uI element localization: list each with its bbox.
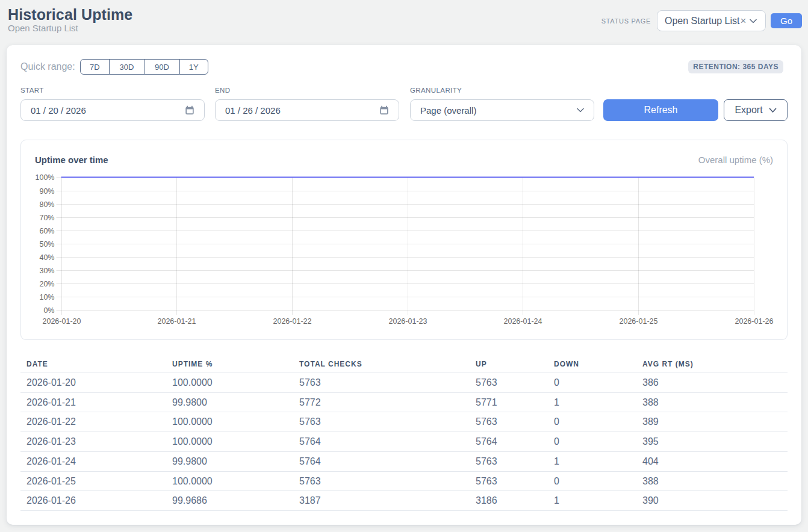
svg-text:2026-01-20: 2026-01-20 [43,317,81,325]
svg-text:2026-01-21: 2026-01-21 [158,317,196,325]
svg-text:2026-01-25: 2026-01-25 [620,317,658,325]
svg-text:70%: 70% [39,213,54,221]
svg-text:90%: 90% [39,187,54,195]
svg-text:40%: 40% [39,253,54,261]
svg-text:2026-01-24: 2026-01-24 [504,317,542,325]
svg-text:2026-01-23: 2026-01-23 [389,317,427,325]
svg-text:0%: 0% [43,306,54,314]
svg-text:20%: 20% [39,279,54,288]
svg-text:10%: 10% [39,292,54,301]
svg-text:30%: 30% [39,266,54,274]
svg-text:100%: 100% [36,173,55,181]
svg-text:60%: 60% [39,226,54,235]
svg-text:2026-01-22: 2026-01-22 [273,317,312,325]
svg-text:80%: 80% [39,200,54,208]
svg-text:2026-01-26: 2026-01-26 [735,317,774,325]
svg-text:50%: 50% [39,240,54,248]
